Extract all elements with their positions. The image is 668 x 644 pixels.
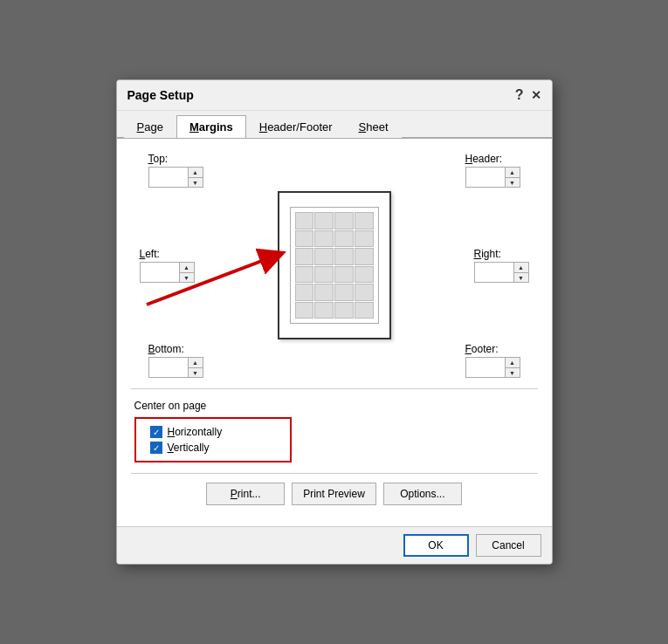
content-area: Top: 1.9 ▲ ▼ Header: 0.8 bbox=[117, 138, 552, 526]
footer-input[interactable]: 0.8 bbox=[466, 358, 505, 377]
right-increment-button[interactable]: ▲ bbox=[514, 263, 528, 272]
margin-layout: Top: 1.9 ▲ ▼ Header: 0.8 bbox=[131, 153, 538, 378]
header-increment-button[interactable]: ▲ bbox=[506, 168, 520, 177]
footer-field-group: Footer: 0.8 ▲ ▼ bbox=[465, 343, 520, 378]
bottom-field-group: Bottom: 1.9 ▲ ▼ bbox=[148, 343, 203, 378]
action-buttons-row: Print... Print Preview Options... bbox=[131, 473, 538, 512]
vertically-label: Vertically bbox=[168, 442, 210, 454]
top-increment-button[interactable]: ▲ bbox=[189, 168, 203, 177]
ok-button[interactable]: OK bbox=[403, 534, 469, 557]
left-label: Left: bbox=[140, 248, 160, 260]
right-input[interactable]: 1.8 bbox=[475, 263, 513, 282]
tab-page[interactable]: Page bbox=[124, 115, 176, 138]
bottom-increment-button[interactable]: ▲ bbox=[189, 358, 203, 367]
horizontally-checkbox[interactable]: ✓ bbox=[150, 426, 162, 438]
vertically-checkbox-item[interactable]: ✓ Vertically bbox=[150, 442, 276, 454]
page-setup-dialog: Page Setup ? ✕ Page Margins Header/Foote… bbox=[116, 79, 553, 565]
left-input[interactable]: 1.8 bbox=[141, 263, 179, 282]
top-spinner-buttons: ▲ ▼ bbox=[188, 168, 203, 187]
left-decrement-button[interactable]: ▼ bbox=[180, 272, 194, 282]
header-input[interactable]: 0.8 bbox=[466, 168, 505, 187]
dialog-title: Page Setup bbox=[127, 88, 194, 102]
vertically-checkbox[interactable]: ✓ bbox=[150, 442, 162, 454]
page-preview bbox=[278, 191, 391, 339]
table-preview-row bbox=[295, 266, 374, 284]
tab-bar: Page Margins Header/Footer Sheet bbox=[117, 111, 552, 138]
top-input[interactable]: 1.9 bbox=[149, 168, 188, 187]
print-preview-button[interactable]: Print Preview bbox=[292, 483, 376, 505]
top-decrement-button[interactable]: ▼ bbox=[189, 177, 203, 187]
center-on-page-label: Center on page bbox=[134, 400, 538, 412]
table-preview-row bbox=[295, 248, 374, 265]
footer-spinner-buttons: ▲ ▼ bbox=[505, 358, 520, 377]
left-spinner-buttons: ▲ ▼ bbox=[179, 263, 194, 282]
bottom-spinner: 1.9 ▲ ▼ bbox=[148, 357, 203, 378]
right-label: Right: bbox=[474, 248, 501, 260]
tab-margins[interactable]: Margins bbox=[176, 115, 246, 138]
top-field-group: Top: 1.9 ▲ ▼ bbox=[148, 153, 203, 188]
bottom-row: Bottom: 1.9 ▲ ▼ Footer: 0. bbox=[131, 343, 538, 378]
options-button[interactable]: Options... bbox=[383, 483, 462, 505]
table-preview bbox=[295, 212, 374, 319]
bottom-label: Bottom: bbox=[148, 343, 184, 355]
table-preview-row bbox=[295, 212, 374, 230]
title-bar: Page Setup ? ✕ bbox=[117, 80, 552, 111]
cancel-button[interactable]: Cancel bbox=[476, 534, 541, 557]
header-label: Header: bbox=[465, 153, 503, 165]
left-increment-button[interactable]: ▲ bbox=[180, 263, 194, 272]
top-row: Top: 1.9 ▲ ▼ Header: 0.8 bbox=[131, 153, 538, 188]
right-spinner-buttons: ▲ ▼ bbox=[513, 263, 528, 282]
footer-decrement-button[interactable]: ▼ bbox=[506, 367, 520, 377]
table-preview-row bbox=[295, 230, 374, 248]
tab-header-footer[interactable]: Header/Footer bbox=[246, 115, 346, 138]
bottom-input[interactable]: 1.9 bbox=[149, 358, 188, 377]
header-decrement-button[interactable]: ▼ bbox=[506, 177, 520, 187]
bottom-buttons-row: OK Cancel bbox=[117, 526, 552, 564]
top-label: Top: bbox=[148, 153, 169, 165]
header-field-group: Header: 0.8 ▲ ▼ bbox=[465, 153, 520, 188]
footer-label: Footer: bbox=[465, 343, 499, 355]
tab-sheet[interactable]: Sheet bbox=[346, 115, 402, 138]
right-decrement-button[interactable]: ▼ bbox=[514, 272, 528, 282]
checkbox-group: ✓ Horizontally ✓ Vertically bbox=[134, 417, 292, 462]
center-on-page-section: Center on page ✓ Horizontally ✓ Vertical… bbox=[131, 396, 538, 466]
top-spinner: 1.9 ▲ ▼ bbox=[148, 167, 203, 188]
header-spinner-buttons: ▲ ▼ bbox=[505, 168, 520, 187]
separator bbox=[131, 388, 538, 389]
right-field-group: Right: 1.8 ▲ ▼ bbox=[474, 248, 529, 283]
table-preview-row bbox=[295, 284, 374, 301]
footer-spinner: 0.8 ▲ ▼ bbox=[465, 357, 520, 378]
right-spinner: 1.8 ▲ ▼ bbox=[474, 262, 529, 283]
bottom-decrement-button[interactable]: ▼ bbox=[189, 367, 203, 377]
close-button[interactable]: ✕ bbox=[531, 89, 541, 101]
help-button[interactable]: ? bbox=[515, 87, 524, 103]
page-preview-container bbox=[278, 191, 391, 339]
header-spinner: 0.8 ▲ ▼ bbox=[465, 167, 520, 188]
bottom-spinner-buttons: ▲ ▼ bbox=[188, 358, 203, 377]
horizontally-checkbox-item[interactable]: ✓ Horizontally bbox=[150, 426, 276, 438]
horizontally-label: Horizontally bbox=[168, 426, 223, 438]
table-preview-row bbox=[295, 302, 374, 319]
left-spinner: 1.8 ▲ ▼ bbox=[140, 262, 195, 283]
footer-increment-button[interactable]: ▲ bbox=[506, 358, 520, 367]
title-bar-controls: ? ✕ bbox=[515, 87, 541, 103]
left-field-group: Left: 1.8 ▲ ▼ bbox=[140, 248, 195, 283]
print-button[interactable]: Print... bbox=[206, 483, 285, 505]
middle-row: Left: 1.8 ▲ ▼ bbox=[131, 191, 538, 339]
